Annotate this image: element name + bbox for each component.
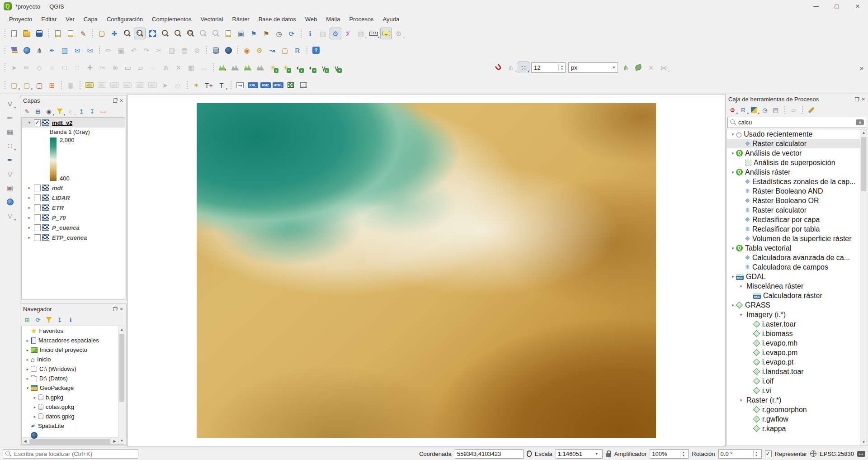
browser-item-Inicio del proyecto[interactable]: ▸Inicio del proyecto <box>22 345 125 355</box>
expand-all[interactable]: ↥ <box>76 106 86 116</box>
pan-map[interactable] <box>96 28 108 39</box>
zoom-out[interactable]: − <box>134 28 146 39</box>
clear-search-icon[interactable]: × <box>856 119 864 125</box>
processing-search-box[interactable]: × <box>727 117 866 128</box>
extent-tracking-icon[interactable] <box>527 451 532 457</box>
browser-properties[interactable]: ℹ <box>66 315 75 325</box>
browser-vertical-scrollbar[interactable]: ▲ ▼ <box>118 326 125 444</box>
browser-float-icon[interactable] <box>113 307 117 311</box>
layer-visibility-checkbox[interactable] <box>34 119 41 126</box>
show-spatial-bookmarks[interactable]: ⚑ <box>260 28 272 39</box>
map-view[interactable] <box>127 94 725 447</box>
help-contents[interactable]: ? <box>310 44 322 56</box>
minimize-button[interactable]: — <box>806 0 826 13</box>
processing-close-icon[interactable]: ✕ <box>862 97 865 102</box>
algorithm-Análisis ráster[interactable]: ▾QAnálisis ráster <box>727 167 867 177</box>
browser-horizontal-scrollbar[interactable]: ◀ ▶ <box>22 437 118 444</box>
raster-attribute-table[interactable] <box>297 79 309 91</box>
magnifier-spinner[interactable]: 100% ▴▾ <box>650 449 689 459</box>
layer-row-ETR[interactable]: ▸ETR <box>22 203 125 213</box>
algorithm-Imagery (i.*)[interactable]: ▾Imagery (i.*) <box>727 310 867 319</box>
text-annotation[interactable]: T▾ <box>216 79 227 91</box>
layers-close-icon[interactable]: ✕ <box>120 98 123 103</box>
new-shapefile-layer[interactable]: ▦ <box>4 126 16 138</box>
decrease-brightness[interactable]: ☀▼ <box>280 62 292 73</box>
tree-arrow-icon[interactable]: ▸ <box>24 367 31 371</box>
new-print-layout[interactable] <box>52 28 64 39</box>
open-project[interactable] <box>21 28 33 39</box>
menu-item-0[interactable]: Proyecto <box>5 14 37 24</box>
tree-arrow-icon[interactable]: ▸ <box>32 395 38 400</box>
locator-input[interactable] <box>3 449 138 459</box>
layer-visibility-checkbox[interactable] <box>34 224 41 231</box>
export-kmz[interactable]: KMZ <box>259 79 271 91</box>
locator-search[interactable] <box>3 449 138 459</box>
tree-arrow-icon[interactable]: ▾ <box>730 246 736 251</box>
r-processing-plugin[interactable]: R <box>292 44 303 56</box>
zoom-native-resolution[interactable]: 1:1 <box>184 28 196 39</box>
local-histogram-stretch[interactable] <box>242 62 254 73</box>
browser-item-D:\ (Datos)[interactable]: ▸D:\ (Datos) <box>22 374 125 383</box>
tree-arrow-icon[interactable]: ▾ <box>24 386 31 390</box>
filter-legend[interactable]: ▾ <box>55 106 65 116</box>
tree-arrow-icon[interactable]: ▸ <box>26 195 33 200</box>
stretch-histogram-extent[interactable] <box>229 62 241 73</box>
tree-arrow-icon[interactable]: ▸ <box>26 235 33 240</box>
algorithm-Tabla vectorial[interactable]: ▾QTabla vectorial <box>727 243 867 253</box>
snapping-type[interactable]: ∷▾ <box>518 62 529 73</box>
scroll-left-icon[interactable]: ◀ <box>22 438 28 445</box>
menu-item-6[interactable]: Vectorial <box>196 14 228 24</box>
algorithm-GDAL[interactable]: ▾GDALGDAL <box>727 272 867 281</box>
menu-item-3[interactable]: Capa <box>79 14 102 24</box>
open-layer-styling[interactable]: ✎ <box>22 106 32 116</box>
menu-item-7[interactable]: Ráster <box>227 14 254 24</box>
algorithm-Ráster Booleano AND[interactable]: ❋Ráster Booleano AND <box>727 186 867 196</box>
browser-item-b.gpkg[interactable]: ▸b.gpkg <box>22 393 125 402</box>
new-temporary-scratch-layer[interactable]: ∷▾ <box>4 140 16 152</box>
scroll-up-icon[interactable]: ▲ <box>860 129 867 136</box>
tree-arrow-icon[interactable]: ▸ <box>26 205 33 210</box>
stretch-histogram[interactable] <box>217 62 228 73</box>
new-project[interactable] <box>8 28 20 39</box>
maximize-button[interactable]: ▢ <box>826 0 847 13</box>
algorithm-r.geomorphon[interactable]: r.geomorphon <box>727 405 867 414</box>
toggle-annotation-editing[interactable]: ✏ <box>4 112 16 123</box>
tree-arrow-icon[interactable]: ▾ <box>730 132 736 137</box>
new-wms-connection[interactable] <box>4 196 16 208</box>
serval-raster-editor[interactable] <box>285 79 297 91</box>
add-delimited-text-layer[interactable]: ✉ <box>71 44 83 56</box>
algorithm-Reclasificar por capa[interactable]: ❋Reclasificar por capa <box>727 215 867 224</box>
layer-visibility-checkbox[interactable] <box>34 214 41 221</box>
new-virtual-layer[interactable]: ✒ <box>4 154 16 166</box>
algorithm-Calculadora avanzada de ca...[interactable]: ❋Calculadora avanzada de ca... <box>727 253 867 262</box>
processing-toolbox-toggle[interactable]: ⚙ <box>330 28 341 39</box>
add-selected-layers[interactable]: ⊞ <box>22 315 32 325</box>
menu-item-4[interactable]: Configuración <box>102 14 147 24</box>
filter-browser[interactable] <box>44 315 54 325</box>
close-button[interactable]: ✕ <box>847 0 868 13</box>
new-map-view[interactable] <box>222 28 234 39</box>
osgeo-plugin[interactable]: ◉ <box>241 44 253 56</box>
tree-arrow-icon[interactable]: ▾ <box>730 275 736 279</box>
zoom-full-extent[interactable] <box>146 28 158 39</box>
browser-item-C:\ (Windows)[interactable]: ▸C:\ (Windows) <box>22 364 125 374</box>
processing-vertical-scrollbar[interactable]: ▲ ▼ <box>860 129 867 446</box>
layer-labeling-options[interactable]: abc <box>83 79 95 91</box>
export-kml[interactable]: KML <box>247 79 259 91</box>
tree-arrow-icon[interactable]: ▾ <box>738 284 744 289</box>
select-features-by-area[interactable]: ▢▾ <box>8 79 20 91</box>
add-wms-layer[interactable] <box>21 44 33 56</box>
browser-scroll-thumb[interactable] <box>119 334 124 402</box>
layer-visibility-checkbox[interactable] <box>34 204 41 211</box>
layer-visibility-checkbox[interactable] <box>34 234 41 241</box>
browser-item-cotas.gpkg[interactable]: ▸cotas.gpkg <box>22 402 125 412</box>
map-tips[interactable] <box>380 28 392 39</box>
r-scripts[interactable]: R▾ <box>738 105 748 115</box>
render-checkbox[interactable] <box>765 451 772 457</box>
tree-arrow-icon[interactable]: ▸ <box>24 338 31 343</box>
scroll-up-icon[interactable]: ▲ <box>118 326 125 333</box>
algorithm-i.evapo.mh[interactable]: i.evapo.mh <box>727 338 867 348</box>
collapse-all-browser[interactable]: ↧ <box>55 315 65 325</box>
menu-item-9[interactable]: Web <box>301 14 322 24</box>
tree-arrow-icon[interactable]: ▸ <box>24 376 31 381</box>
